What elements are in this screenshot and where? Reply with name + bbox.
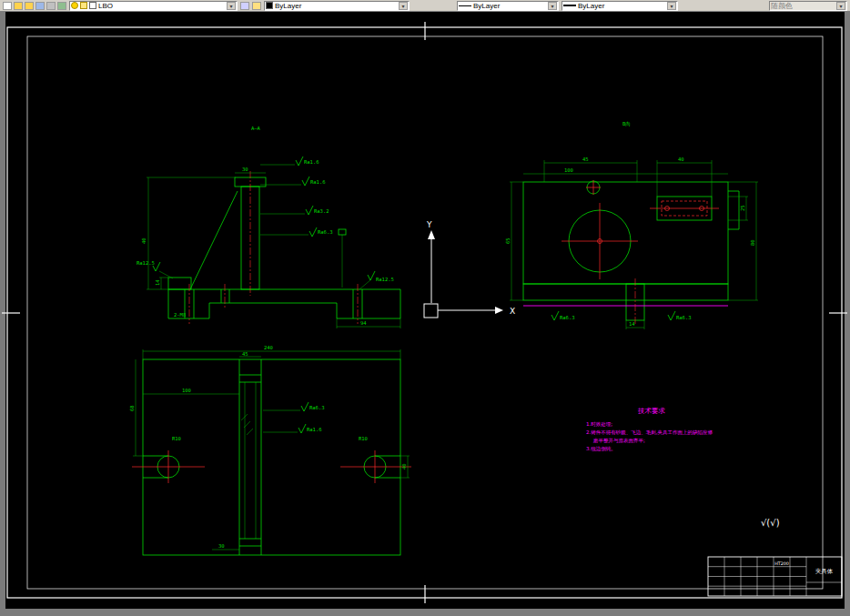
plotstyle-value: 随颜色 <box>771 2 793 10</box>
ucs-x-arrow-icon <box>495 307 503 314</box>
chevron-down-icon[interactable]: ▾ <box>227 2 236 10</box>
datum-flag <box>339 229 346 235</box>
ucs-x-label: X <box>510 307 515 316</box>
body-outline <box>523 182 728 284</box>
window-frame-left <box>0 12 5 616</box>
tech-line: 磨平整并与原表面齐平; <box>593 438 645 444</box>
layer-properties-icon[interactable] <box>240 2 249 10</box>
dim-label: 100 <box>564 167 573 173</box>
tech-title: 技术要求 <box>637 407 666 415</box>
plotstyle-combo[interactable]: 随颜色 ▾ <box>769 1 847 11</box>
title-block: HT200 夹具体 <box>708 557 842 596</box>
open-icon[interactable] <box>14 2 23 10</box>
part-name: 夹具体 <box>815 568 834 575</box>
side-view: B向 45 40 100 25 <box>505 121 758 329</box>
layer-freeze-icon <box>80 2 87 9</box>
standard-toolbar-icons <box>3 2 66 10</box>
roughness-icon <box>296 157 303 166</box>
save-icon[interactable] <box>35 2 45 10</box>
drawing-area: A—A Ra1.6 Ra1.6 Ra3.2 Ra6.3 Ra12 <box>0 12 850 616</box>
window-frame-right <box>845 12 850 616</box>
tech-line: 1.时效处理; <box>586 421 612 428</box>
dim-label: 25 <box>740 205 745 211</box>
ucs-y-arrow-icon <box>428 230 435 239</box>
roughness-label: Ra1.6 <box>310 179 326 185</box>
dim-label: 100 <box>182 388 191 393</box>
roughness-icon <box>301 402 309 411</box>
radius-label: R10 <box>172 436 181 441</box>
dim-label: 45 <box>242 351 248 357</box>
dim-label: 14 <box>155 279 160 286</box>
new-icon[interactable] <box>3 2 12 10</box>
dim-label: 40 <box>401 463 407 470</box>
dim-label: 94 <box>360 320 367 326</box>
chevron-down-icon[interactable]: ▾ <box>836 2 845 10</box>
folder-icon[interactable] <box>25 2 34 10</box>
roughness-label: Ra6.3 <box>318 229 333 235</box>
dim-label: 68 <box>129 405 135 411</box>
material-label: HT200 <box>774 561 789 566</box>
dim-label: 14 <box>629 321 635 327</box>
roughness-label: Ra12.5 <box>137 260 155 266</box>
layer-color-chip <box>89 2 96 9</box>
chevron-down-icon[interactable]: ▾ <box>399 2 408 10</box>
color-chip-icon <box>266 2 273 9</box>
dim-label: 40 <box>141 237 147 244</box>
linetype-value: ByLayer <box>473 2 500 10</box>
tech-line: 3.锐边倒钝。 <box>586 446 616 452</box>
roughness-label: Ra12.5 <box>376 277 394 282</box>
plan-view: 240 45 100 68 40 30 R10 R10 Ra6.3 Ra1.6 <box>129 345 411 555</box>
ucs-y-label: Y <box>426 220 432 229</box>
dim-label: 80 <box>750 239 755 246</box>
section-label: A—A <box>251 126 261 131</box>
dim-label: 30 <box>242 167 248 172</box>
roughness-label: Ra3.2 <box>314 208 329 214</box>
roughness-icon <box>668 311 675 320</box>
color-combo[interactable]: ByLayer ▾ <box>264 1 410 11</box>
left-boss-section <box>168 278 191 289</box>
base-outline <box>523 284 728 300</box>
chevron-down-icon[interactable]: ▾ <box>548 2 557 10</box>
roughness-label: Ra6.3 <box>560 315 575 320</box>
dim-label: 240 <box>264 345 273 350</box>
dim-label: 30 <box>218 543 225 549</box>
chevron-down-icon[interactable]: ▾ <box>667 2 676 10</box>
roughness-icon <box>299 424 306 433</box>
linetype-combo[interactable]: ByLayer ▾ <box>457 1 559 11</box>
roughness-label: Ra1.6 <box>307 427 322 432</box>
front-view: A—A Ra1.6 Ra1.6 Ra3.2 Ra6.3 Ra12 <box>137 126 400 328</box>
dim-label: 45 <box>582 157 589 162</box>
view-label: B向 <box>622 121 631 126</box>
roughness-icon <box>302 177 309 186</box>
lineweight-combo[interactable]: ByLayer ▾ <box>562 1 678 11</box>
layer-name: LBO <box>98 2 113 10</box>
tech-line: 2.铸件不得有砂眼、飞边、毛刺,夹具工作面上的缺陷应修 <box>586 429 713 436</box>
make-layer-current-icon[interactable] <box>252 2 261 10</box>
layer-on-icon <box>71 2 78 9</box>
roughness-icon <box>306 206 313 215</box>
base-section <box>168 289 400 318</box>
roughness-icon <box>551 311 559 320</box>
lineweight-sample-icon <box>563 5 576 6</box>
rest-roughness-mark: √(√) <box>761 518 780 528</box>
tech-requirements: 技术要求 1.时效处理; 2.铸件不得有砂眼、飞边、毛刺,夹具工作面上的缺陷应修… <box>586 407 713 452</box>
rib-edge <box>190 191 238 289</box>
toolbar: LBO ▾ ByLayer ▾ ByLayer ▾ ByLayer ▾ 随颜色 … <box>0 0 850 12</box>
linetype-sample-icon <box>459 5 471 6</box>
ucs-icon: Y X <box>424 220 515 318</box>
ucs-origin-box <box>424 304 438 318</box>
cad-canvas[interactable]: A—A Ra1.6 Ra1.6 Ra3.2 Ra6.3 Ra12 <box>0 12 850 616</box>
dim-label: 40 <box>678 157 684 162</box>
dim-label: 65 <box>505 237 511 244</box>
thread-label: 2-M8 <box>174 312 186 318</box>
color-value: ByLayer <box>275 2 301 10</box>
roughness-label: Ra6.3 <box>676 315 692 320</box>
radius-label: R10 <box>359 436 368 441</box>
print-icon[interactable] <box>46 2 56 10</box>
layer-combo[interactable]: LBO ▾ <box>69 1 238 11</box>
roughness-icon <box>309 227 317 237</box>
lineweight-value: ByLayer <box>578 2 604 10</box>
layers-icon[interactable] <box>57 2 66 10</box>
roughness-icon <box>368 271 375 280</box>
window-frame-bottom <box>0 609 850 616</box>
